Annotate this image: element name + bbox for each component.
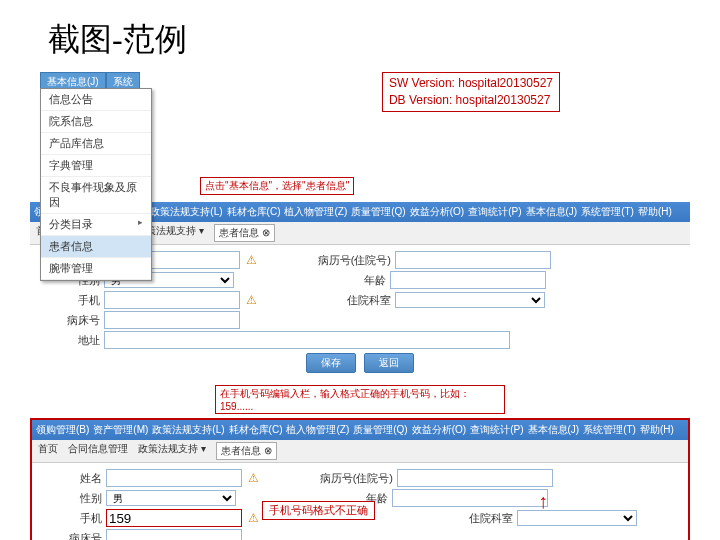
nav-item[interactable]: 帮助(H): [638, 205, 672, 219]
sex-select[interactable]: 男: [106, 490, 236, 506]
age-label: 年龄: [286, 273, 386, 288]
callout-step1: 点击"基本信息"，选择"患者信息": [200, 177, 354, 195]
addr-label: 地址: [40, 333, 100, 348]
dropdown-item[interactable]: 腕带管理: [41, 258, 151, 280]
dropdown-item[interactable]: 字典管理: [41, 155, 151, 177]
nav-item[interactable]: 植入物管理(Z): [286, 423, 349, 437]
nav-item[interactable]: 效益分析(O): [412, 423, 466, 437]
nav-item[interactable]: 耗材仓库(C): [229, 423, 283, 437]
version-box: SW Version: hospital20130527 DB Version:…: [382, 72, 560, 112]
dropdown-item[interactable]: 信息公告: [41, 89, 151, 111]
nav-item[interactable]: 资产管理(M): [93, 423, 148, 437]
nav-item[interactable]: 政策法规支持(L): [152, 423, 224, 437]
sex-label: 性别: [42, 491, 102, 506]
dropdown-item[interactable]: 产品库信息: [41, 133, 151, 155]
age-input[interactable]: [390, 271, 546, 289]
chevron-right-icon: ▸: [138, 217, 143, 227]
arrow-up-icon: ↑: [538, 490, 548, 513]
dropdown-menu: 信息公告 院系信息 产品库信息 字典管理 不良事件现象及原因 分类目录▸ 患者信…: [40, 88, 152, 281]
callout-step2: 在手机号码编辑入栏，输入格式正确的手机号码，比如：159......: [215, 385, 505, 414]
name-input[interactable]: [106, 469, 242, 487]
warning-icon: ⚠: [248, 511, 259, 525]
nav-item[interactable]: 查询统计(P): [470, 423, 523, 437]
sub-tab-contract[interactable]: 合同信息管理: [68, 442, 128, 460]
nav-item[interactable]: 系统管理(T): [581, 205, 634, 219]
nav-item[interactable]: 质量管理(Q): [351, 205, 405, 219]
sub-tab-home[interactable]: 首页: [38, 442, 58, 460]
warning-icon: ⚠: [248, 471, 259, 485]
nav-item[interactable]: 政策法规支持(L): [150, 205, 222, 219]
nav-item[interactable]: 帮助(H): [640, 423, 674, 437]
phone-label: 手机: [42, 511, 102, 526]
error-tooltip: 手机号码格式不正确: [262, 501, 375, 520]
addr-input[interactable]: [104, 331, 510, 349]
dept-select[interactable]: [395, 292, 545, 308]
record-input[interactable]: [397, 469, 553, 487]
bed-input[interactable]: [104, 311, 240, 329]
sub-tab-policy[interactable]: 政策法规支持 ▾: [138, 442, 206, 460]
bed-input[interactable]: [106, 529, 242, 540]
sub-bar-2: 首页 合同信息管理 政策法规支持 ▾ 患者信息 ⊗: [32, 440, 688, 463]
warning-icon: ⚠: [246, 293, 257, 307]
nav-item[interactable]: 查询统计(P): [468, 205, 521, 219]
db-version: DB Version: hospital20130527: [389, 92, 553, 109]
dept-select[interactable]: [517, 510, 637, 526]
save-button[interactable]: 保存: [306, 353, 356, 373]
warning-icon: ⚠: [246, 253, 257, 267]
nav-item[interactable]: 植入物管理(Z): [284, 205, 347, 219]
nav-bar-2: 领购管理(B) 资产管理(M) 政策法规支持(L) 耗材仓库(C) 植入物管理(…: [32, 420, 688, 440]
dropdown-item-patient[interactable]: 患者信息: [41, 236, 151, 258]
dropdown-item[interactable]: 院系信息: [41, 111, 151, 133]
record-input[interactable]: [395, 251, 551, 269]
sw-version: SW Version: hospital20130527: [389, 75, 553, 92]
back-button[interactable]: 返回: [364, 353, 414, 373]
sub-tab-patient[interactable]: 患者信息 ⊗: [214, 224, 275, 242]
nav-item[interactable]: 耗材仓库(C): [227, 205, 281, 219]
nav-item[interactable]: 基本信息(J): [528, 423, 580, 437]
dropdown-label: 分类目录: [49, 218, 93, 230]
phone-input-error[interactable]: [106, 509, 242, 527]
nav-item[interactable]: 领购管理(B): [36, 423, 89, 437]
phone-input[interactable]: [104, 291, 240, 309]
sub-tab-patient[interactable]: 患者信息 ⊗: [216, 442, 277, 460]
bed-label: 病床号: [42, 531, 102, 541]
dropdown-item[interactable]: 分类目录▸: [41, 214, 151, 236]
record-label: 病历号(住院号): [291, 253, 391, 268]
form-block-2: 领购管理(B) 资产管理(M) 政策法规支持(L) 耗材仓库(C) 植入物管理(…: [30, 418, 690, 540]
dept-label: 住院科室: [291, 293, 391, 308]
nav-item[interactable]: 质量管理(Q): [353, 423, 407, 437]
nav-item[interactable]: 效益分析(O): [410, 205, 464, 219]
bed-label: 病床号: [40, 313, 100, 328]
name-label: 姓名: [42, 471, 102, 486]
dropdown-item[interactable]: 不良事件现象及原因: [41, 177, 151, 214]
phone-label: 手机: [40, 293, 100, 308]
nav-item[interactable]: 基本信息(J): [526, 205, 578, 219]
dept-label: 住院科室: [413, 511, 513, 526]
record-label: 病历号(住院号): [293, 471, 393, 486]
age-input[interactable]: [392, 489, 548, 507]
slide-title: 截图-范例: [0, 0, 720, 72]
nav-item[interactable]: 系统管理(T): [583, 423, 636, 437]
